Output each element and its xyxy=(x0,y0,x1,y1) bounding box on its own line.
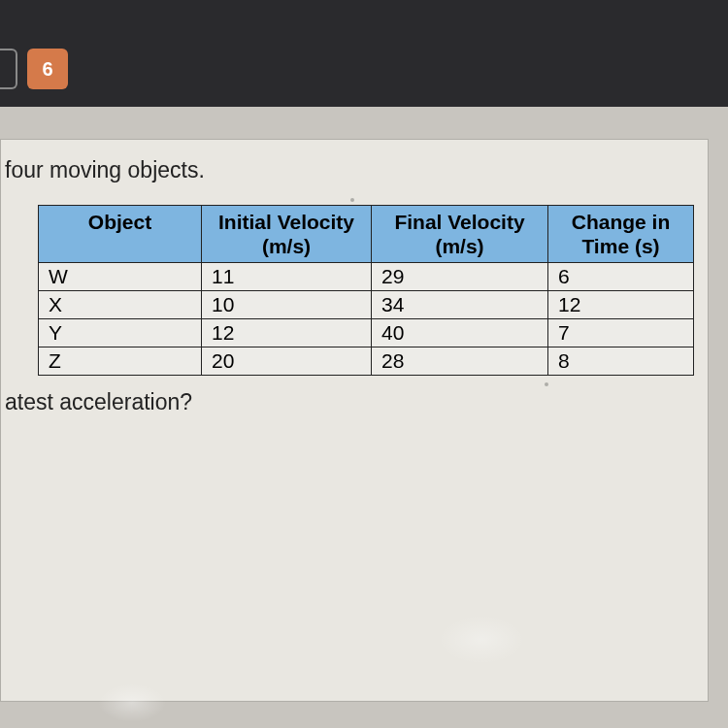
header-final-velocity: Final Velocity (m/s) xyxy=(372,206,548,263)
header-initial-velocity: Initial Velocity (m/s) xyxy=(202,206,372,263)
cell-final-velocity: 29 xyxy=(372,263,548,291)
cell-initial-velocity: 12 xyxy=(202,319,372,347)
table-row: Y 12 40 7 xyxy=(39,319,694,347)
table-row: X 10 34 12 xyxy=(39,291,694,319)
cell-object: W xyxy=(39,263,202,291)
app-header-bar: 6 xyxy=(0,0,728,107)
cell-initial-velocity: 20 xyxy=(202,347,372,376)
cell-object: Y xyxy=(39,319,202,347)
header-ct-line1: Change in xyxy=(572,211,671,233)
header-fv-line2: (m/s) xyxy=(435,235,483,257)
screen-glare xyxy=(438,615,525,664)
nav-current-question-button[interactable]: 6 xyxy=(27,49,68,89)
dust-speck xyxy=(545,382,548,386)
cell-object: Z xyxy=(39,347,202,376)
prompt-text-bottom: atest acceleration? xyxy=(1,389,708,415)
cell-initial-velocity: 11 xyxy=(202,263,372,291)
cell-final-velocity: 34 xyxy=(372,291,548,319)
screen-glare xyxy=(98,683,166,722)
cell-initial-velocity: 10 xyxy=(202,291,372,319)
cell-final-velocity: 28 xyxy=(372,347,548,376)
velocity-table: Object Initial Velocity (m/s) Final Velo… xyxy=(38,205,694,376)
table-row: W 11 29 6 xyxy=(39,263,694,291)
header-iv-line2: (m/s) xyxy=(262,235,311,257)
question-panel: four moving objects. Object Initial Velo… xyxy=(0,139,709,702)
cell-change-time: 12 xyxy=(548,291,694,319)
header-change-time: Change in Time (s) xyxy=(548,206,694,263)
header-fv-line1: Final Velocity xyxy=(394,211,524,233)
table-header-row: Object Initial Velocity (m/s) Final Velo… xyxy=(39,206,694,263)
header-iv-line1: Initial Velocity xyxy=(218,211,354,233)
header-ct-line2: Time (s) xyxy=(581,235,659,257)
header-object: Object xyxy=(39,206,202,263)
nav-prev-button-fragment[interactable] xyxy=(0,49,17,89)
cell-object: X xyxy=(39,291,202,319)
cell-change-time: 7 xyxy=(548,319,694,347)
dust-speck xyxy=(350,198,354,202)
cell-change-time: 6 xyxy=(548,263,694,291)
cell-final-velocity: 40 xyxy=(372,319,548,347)
nav-current-label: 6 xyxy=(42,58,52,81)
table-row: Z 20 28 8 xyxy=(39,347,694,376)
prompt-text-top: four moving objects. xyxy=(1,157,708,183)
cell-change-time: 8 xyxy=(548,347,694,376)
